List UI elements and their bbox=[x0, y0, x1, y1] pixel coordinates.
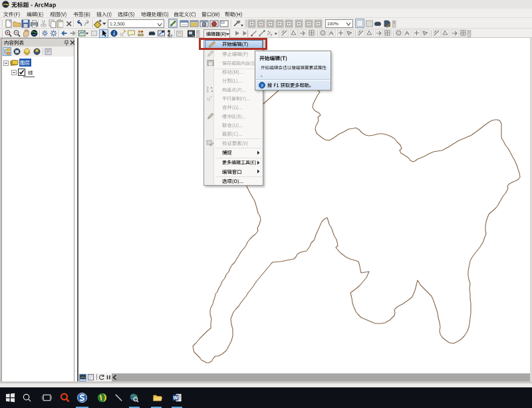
svg-text:T: T bbox=[270, 33, 273, 37]
svg-text:?: ? bbox=[261, 83, 263, 89]
svg-text:XY: XY bbox=[168, 34, 173, 38]
svg-text:W: W bbox=[174, 395, 179, 401]
